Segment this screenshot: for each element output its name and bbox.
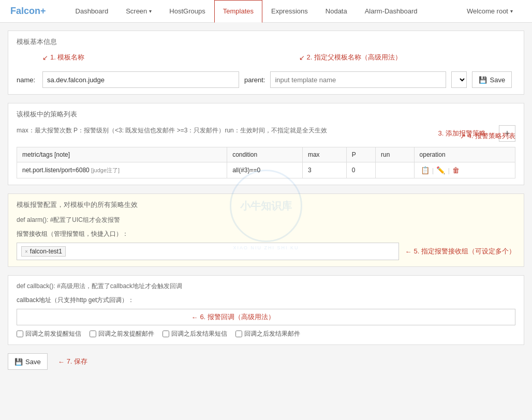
col-p: P	[346, 147, 375, 162]
save-icon-bottom: 💾	[14, 358, 23, 366]
cb-sms-after[interactable]	[162, 331, 169, 337]
col-run: run	[376, 147, 414, 162]
alarm-group-label: 报警接收组（管理报警组，快捷入口）：	[17, 230, 515, 238]
cb-email-after[interactable]	[235, 331, 242, 337]
save-button-top[interactable]: 💾 Save	[472, 71, 512, 88]
section-basic-info: 模板基本信息 ↙ 1. 模板名称 ↙ 2. 指定父模板名称（高级用法） name…	[8, 31, 524, 95]
brand[interactable]: Falcon+	[10, 6, 46, 17]
annot1: ↙ 1. 模板名称	[42, 53, 84, 62]
col-condition: condition	[227, 147, 303, 162]
cb-sms-before[interactable]	[17, 331, 23, 337]
alarm-config-title: 模板报警配置，对模板中的所有策略生效	[17, 200, 515, 209]
screen-caret: ▾	[149, 8, 152, 14]
name-input[interactable]	[42, 71, 239, 88]
col-metric: metric/tags [note]	[17, 147, 227, 162]
main-content: 模板基本信息 ↙ 1. 模板名称 ↙ 2. 指定父模板名称（高级用法） name…	[0, 23, 532, 378]
callback-input-row: ← 6. 报警回调（高级用法）	[17, 309, 515, 325]
cell-metric: net.port.listen/port=6080 [judge注了]	[17, 162, 227, 178]
col-operation: operation	[414, 147, 515, 162]
alarm-group-row: × falcon-test1 ← 5. 指定报警接收组（可设定多个）	[17, 243, 515, 260]
section1-title: 模板基本信息	[17, 37, 515, 47]
delete-icon[interactable]: 🗑	[452, 166, 460, 174]
annot2: ↙ 2. 指定父模板名称（高级用法）	[299, 53, 402, 62]
tag-label: falcon-test1	[30, 248, 62, 255]
policy-table: metric/tags [note] condition max P run o…	[17, 147, 515, 178]
section-alarm-config: 模板报警配置，对模板中的所有策略生效 def alarm(): #配置了UIC组…	[8, 193, 524, 267]
nav-templates[interactable]: Templates	[214, 0, 262, 23]
col-max: max	[302, 147, 346, 162]
callback-def: def callback(): #高级用法，配置了callback地址才会触发回…	[17, 282, 515, 291]
annot4: ↗ 4. 报警策略列表	[460, 131, 515, 141]
navbar: Falcon+ Dashboard Screen ▾ HostGroups Te…	[0, 0, 532, 23]
checkbox-sms-after[interactable]: 回调之后发结果短信	[162, 329, 227, 338]
section-policy: 该模板中的策略列表 max：最大报警次数 P：报警级别（<3: 既发短信也发邮件…	[8, 103, 524, 185]
tag-item: × falcon-test1	[21, 246, 66, 257]
alarm-def: def alarm(): #配置了UIC组才会发报警	[17, 216, 515, 224]
cell-condition: all(#3)==0	[227, 162, 303, 178]
checkbox-sms-before[interactable]: 回调之前发提醒短信	[17, 329, 81, 338]
nav-alarm-dashboard[interactable]: Alarm-Dashboard	[356, 0, 426, 23]
cb-email-before[interactable]	[90, 331, 96, 337]
checkbox-email-before[interactable]: 回调之前发提醒邮件	[90, 329, 154, 338]
tag-input-area[interactable]: × falcon-test1	[17, 243, 399, 260]
cell-operation: 📋 | ✏️ | 🗑	[414, 162, 515, 178]
save-button-bottom[interactable]: 💾 Save	[8, 353, 48, 370]
cell-p: 0	[346, 162, 375, 178]
nav-nodata[interactable]: Nodata	[317, 0, 356, 23]
checkbox-email-after[interactable]: 回调之后发结果邮件	[235, 329, 300, 338]
cell-max: 3	[302, 162, 346, 178]
nav-hostgroups[interactable]: HostGroups	[160, 0, 214, 23]
annot7: ← 7. 保存	[58, 357, 87, 366]
nav-expressions[interactable]: Expressions	[262, 0, 317, 23]
policy-desc: max：最大报警次数 P：报警级别（<3: 既发短信也发邮件 >=3：只发邮件）…	[17, 126, 327, 135]
annot6: ← 6. 报警回调（高级用法）	[191, 312, 274, 322]
annot5: ← 5. 指定报警接收组（可设定多个）	[405, 247, 515, 256]
nav-dashboard[interactable]: Dashboard	[67, 0, 117, 23]
cell-run	[376, 162, 414, 178]
section2-title: 该模板中的策略列表	[17, 110, 515, 119]
parent-input[interactable]	[270, 71, 446, 88]
bottom-row: 💾 Save ← 7. 保存	[8, 353, 524, 370]
nav-user[interactable]: Welcome root ▾	[458, 0, 522, 23]
nav-screen[interactable]: Screen ▾	[117, 0, 160, 23]
tag-remove[interactable]: ×	[25, 249, 28, 254]
user-caret: ▾	[510, 8, 513, 14]
basic-info-form: name: parent: 💾 Save	[17, 71, 515, 88]
parent-select[interactable]	[451, 71, 467, 88]
nav-items: Dashboard Screen ▾ HostGroups Templates …	[67, 0, 426, 22]
name-label: name:	[17, 76, 37, 84]
copy-icon[interactable]: 📋	[421, 166, 430, 174]
section-callback: def callback(): #高级用法，配置了callback地址才会触发回…	[8, 275, 524, 345]
edit-icon[interactable]: ✏️	[436, 166, 445, 174]
parent-label: parent:	[244, 76, 265, 84]
checkbox-row: 回调之前发提醒短信 回调之前发提醒邮件 回调之后发结果短信 回调之后发结果邮件	[17, 329, 515, 338]
table-row: net.port.listen/port=6080 [judge注了] all(…	[17, 162, 515, 178]
navbar-right: Welcome root ▾	[458, 0, 522, 23]
callback-label: callback地址（只支持http get方式回调）：	[17, 296, 515, 305]
save-icon: 💾	[479, 76, 487, 84]
